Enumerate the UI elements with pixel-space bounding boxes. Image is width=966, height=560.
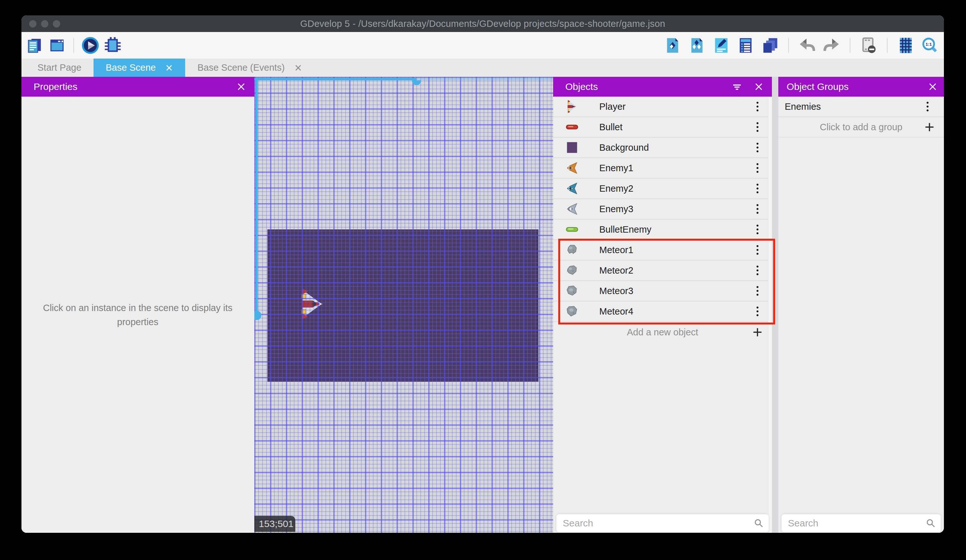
player-ship-instance[interactable] [301,288,324,320]
object-row-player[interactable]: Player [553,97,772,117]
object-menu-button[interactable] [755,120,761,134]
object-label: Enemy1 [599,163,633,174]
horizontal-scrollbar-fill [254,78,416,80]
redo-button[interactable] [823,37,840,54]
object-menu-button[interactable] [755,264,761,277]
object-row-bulletenemy[interactable]: BulletEnemy [553,219,772,240]
close-icon[interactable] [755,83,763,91]
object-menu-button[interactable] [755,305,761,318]
window-title: GDevelop 5 - /Users/dkarakay/Documents/G… [21,18,944,29]
object-menu-button[interactable] [755,202,761,216]
objects-scrollbar-track[interactable] [768,97,772,533]
properties-panel-header: Properties [21,77,254,97]
object-row-meteor3[interactable]: Meteor3 [553,281,772,301]
search-icon [754,518,764,528]
toolbar-separator [850,38,850,53]
object-menu-button[interactable] [755,223,761,236]
object-page-icon [664,37,681,54]
object-menu-button[interactable] [755,182,761,195]
group-row-enemies[interactable]: Enemies [778,97,944,117]
object-label: Enemy2 [599,183,633,194]
objects-panel: Objects Player [553,77,772,533]
filter-icon[interactable] [732,82,742,92]
plus-icon[interactable]: + [753,324,762,341]
vertical-scrollbar-fill [256,78,258,315]
object-row-bullet[interactable]: Bullet [553,117,772,138]
tab-close-icon[interactable] [294,64,302,72]
properties-panel-title: Properties [21,81,77,92]
object-label: Meteor1 [599,245,633,255]
horizontal-scrollbar-track[interactable] [416,78,553,80]
layers-icon [762,37,778,54]
open-object-groups-editor-button[interactable] [688,37,706,54]
object-label: BulletEnemy [599,224,651,235]
tab-base-scene-events[interactable]: Base Scene (Events) [185,59,314,77]
object-row-background[interactable]: Background [553,138,772,158]
object-menu-button[interactable] [755,100,761,113]
properties-panel: Properties Click on an instance in the s… [21,77,254,533]
object-label: Enemy3 [599,204,633,215]
minimize-window-button[interactable] [41,20,48,28]
object-row-enemy1[interactable]: Enemy1 [553,158,772,178]
tab-base-scene[interactable]: Base Scene [94,59,185,77]
mask-remove-icon [860,37,877,54]
objects-panel-header: Objects [553,77,772,97]
object-groups-panel-header: Object Groups [778,77,944,97]
open-layers-editor-button[interactable] [761,37,779,54]
properties-empty-hint: Click on an instance in the scene to dis… [34,301,242,329]
object-label: Meteor2 [599,265,633,276]
horizontal-scrollbar-thumb[interactable] [412,80,421,85]
plus-icon[interactable]: + [925,119,934,135]
toggle-mask-button[interactable] [860,37,877,54]
object-row-enemy2[interactable]: Enemy2 [553,178,772,199]
object-row-meteor4[interactable]: Meteor4 [553,301,772,322]
enemy1-sprite-icon [565,161,579,175]
tab-close-icon[interactable] [165,64,173,72]
panel-divider [772,77,778,533]
edit-pencil-icon [713,37,729,54]
toolbar-separator [887,38,887,53]
group-menu-button[interactable] [925,100,930,113]
scene-canvas[interactable]: 153;501 [254,77,553,533]
groups-search-bar [782,514,941,532]
debugger-button[interactable] [104,37,122,54]
objects-list: Player Bullet Background [553,97,772,342]
preview-button[interactable] [82,37,99,54]
groups-search-input[interactable] [782,514,941,532]
toolbar-separator [73,38,74,53]
object-label: Background [599,142,649,153]
object-row-enemy3[interactable]: Enemy3 [553,199,772,219]
close-window-button[interactable] [29,20,36,28]
open-instances-list-button[interactable] [737,37,754,54]
objects-search-input[interactable] [556,514,769,532]
play-icon [81,36,99,54]
object-menu-button[interactable] [755,141,761,154]
add-object-label: Add a new object [627,327,698,337]
maximize-window-button[interactable] [53,20,60,28]
gdevelop-window: GDevelop 5 - /Users/dkarakay/Documents/G… [21,15,944,533]
close-icon[interactable] [237,83,245,91]
zoom-reset-button[interactable]: 1:1 [922,37,939,54]
object-row-meteor1[interactable]: Meteor1 [553,240,772,260]
toggle-grid-button[interactable] [897,37,914,54]
window-icon [49,37,65,54]
tab-start-page[interactable]: Start Page [25,59,94,77]
add-group-button[interactable]: Click to add a group + [778,117,944,138]
project-manager-button[interactable] [26,37,43,54]
main-toolbar: 1:1 [21,32,944,59]
open-properties-button[interactable] [713,37,730,54]
undo-button[interactable] [798,37,816,54]
add-object-button[interactable]: Add a new object + [553,322,772,342]
vertical-scrollbar-thumb[interactable] [254,311,261,320]
objects-search-bar [556,514,769,532]
open-objects-editor-button[interactable] [664,37,681,54]
enemy2-sprite-icon [565,182,579,195]
object-groups-panel: Object Groups Enemies Click to add a gro… [778,77,944,533]
start-page-button[interactable] [48,37,66,54]
object-row-meteor2[interactable]: Meteor2 [553,260,772,281]
object-menu-button[interactable] [755,161,761,175]
object-menu-button[interactable] [755,284,761,298]
object-menu-button[interactable] [755,243,761,257]
close-icon[interactable] [928,83,937,91]
object-groups-page-icon [688,37,705,54]
